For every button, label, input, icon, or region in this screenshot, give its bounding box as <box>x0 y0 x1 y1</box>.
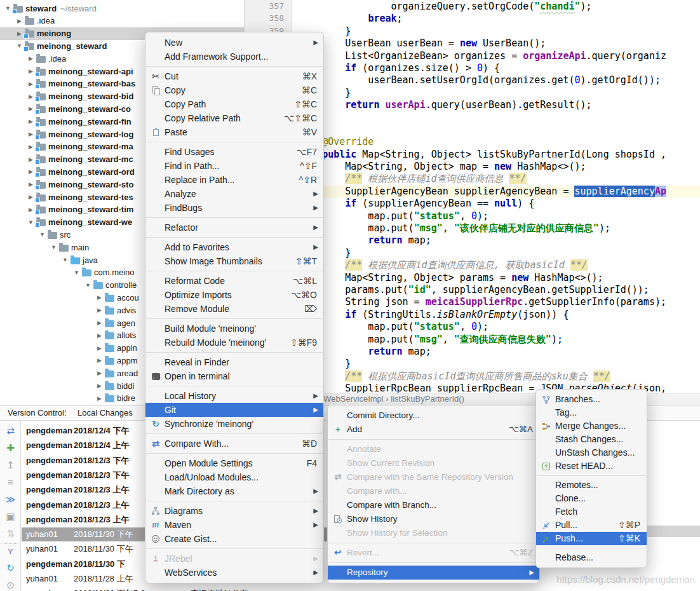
repo-menu-item-unstash-changes[interactable]: UnStash Changes... <box>536 446 647 459</box>
chevron-collapsed-icon[interactable]: ▶ <box>15 18 24 24</box>
chevron-collapsed-icon[interactable]: ▶ <box>27 55 35 62</box>
context-menu-item-open-in-terminal[interactable]: Open in terminal <box>145 369 323 383</box>
git-menu-item-compare-with[interactable]: Compare with... <box>328 484 539 498</box>
context-menu-item-replace-in-path[interactable]: Replace in Path...^⇧R <box>145 173 323 187</box>
repo-menu-item-rebase[interactable]: Rebase... <box>536 551 647 564</box>
context-menu-item-open-module-settings[interactable]: Open Module SettingsF4 <box>145 456 323 470</box>
context-menu-item-git[interactable]: Git▶ <box>145 403 323 417</box>
tree-item-steward[interactable]: ▼steward~/steward <box>0 2 245 15</box>
chevron-collapsed-icon[interactable]: ▶ <box>95 357 104 363</box>
chevron-expanded-icon[interactable]: ▼ <box>72 269 81 276</box>
git-menu-item-compare-with-branch[interactable]: Compare with Branch... <box>328 498 539 512</box>
git-menu-item-show-current-revision[interactable]: Show Current Revision <box>328 456 539 470</box>
code-editor[interactable]: organizeQuery.setOrgCode("chandi"); brea… <box>292 0 700 393</box>
context-menu-item-build-module-meinong[interactable]: Build Module 'meinong' <box>145 322 323 336</box>
preview-icon[interactable]: ⊙ <box>0 580 21 591</box>
chevron-collapsed-icon[interactable]: ▶ <box>27 93 35 100</box>
repo-menu-item-clone[interactable]: Clone... <box>536 492 647 505</box>
git-menu-item-add[interactable]: +Add⌥⌘A <box>328 423 539 437</box>
tab-local-changes[interactable]: Local Changes <box>77 408 133 418</box>
chevron-collapsed-icon[interactable]: ▶ <box>95 345 104 351</box>
context-menu-item-copy[interactable]: Copy⌘C <box>145 83 323 97</box>
context-menu-item-mark-directory-as[interactable]: Mark Directory as▶ <box>145 484 323 498</box>
chevron-collapsed-icon[interactable]: ▶ <box>95 307 104 313</box>
context-menu-item-create-gist[interactable]: Create Gist... <box>145 532 323 546</box>
context-menu-item-refactor[interactable]: Refactor▶ <box>145 221 323 234</box>
repo-menu-item-stash-changes[interactable]: Stash Changes... <box>536 433 647 446</box>
chevron-collapsed-icon[interactable]: ▶ <box>27 168 35 175</box>
repo-menu-item-merge-changes[interactable]: Merge Changes... <box>536 419 647 433</box>
chevron-expanded-icon[interactable]: ▼ <box>4 5 12 11</box>
context-menu-item-find-usages[interactable]: Find Usages⌥F7 <box>145 145 323 159</box>
repo-menu-item-remotes[interactable]: Remotes... <box>536 479 647 492</box>
chevron-collapsed-icon[interactable]: ▶ <box>27 131 35 137</box>
branch-icon[interactable]: ʏ <box>0 545 21 556</box>
chevron-expanded-icon[interactable]: ▼ <box>84 282 92 289</box>
chevron-expanded-icon[interactable]: ▼ <box>38 231 46 238</box>
chevron-collapsed-icon[interactable]: ▶ <box>95 370 104 376</box>
chevron-collapsed-icon[interactable]: ▶ <box>27 105 35 112</box>
context-menu-item-compare-with[interactable]: ⇄Compare With...⌘D <box>145 437 323 451</box>
context-menu-item-cut[interactable]: ✂Cut⌘X <box>145 69 323 83</box>
repo-menu-item-tag[interactable]: Tag... <box>536 406 647 419</box>
context-menu-item-add-framework-support[interactable]: Add Framework Support... <box>145 50 323 64</box>
git-menu-item-show-history-for-selection[interactable]: Show History for Selection <box>328 526 539 540</box>
diff-icon[interactable]: ≫ <box>0 494 21 505</box>
repo-menu-item-pull[interactable]: Pull...⇧⌘P <box>536 519 647 532</box>
shelve-icon[interactable]: ↥ <box>0 459 21 471</box>
commit-icon[interactable]: ✚ <box>0 442 21 454</box>
git-menu-item-show-history[interactable]: Show History <box>328 512 539 526</box>
repo-menu-item-reset-head[interactable]: Reset HEAD... <box>536 459 647 473</box>
context-menu-item-webservices[interactable]: WebServices▶ <box>145 566 323 580</box>
repo-menu-item-branches[interactable]: Branches... <box>536 393 647 406</box>
context-menu-item-new[interactable]: New▶ <box>145 36 323 50</box>
chevron-collapsed-icon[interactable]: ▶ <box>27 194 35 200</box>
context-menu-item-paste[interactable]: Paste⌘V <box>145 125 323 139</box>
context-menu-item-find-in-path[interactable]: Find in Path...^⇧F <box>145 159 323 173</box>
chevron-expanded-icon[interactable]: ▼ <box>50 244 58 250</box>
chevron-collapsed-icon[interactable]: ▶ <box>95 332 104 339</box>
chevron-expanded-icon[interactable]: ▼ <box>15 43 24 49</box>
chevron-collapsed-icon[interactable]: ▶ <box>95 383 104 389</box>
commit-row[interactable]: pengdeman2018/11/21 下午5:3查询不跳转首页 <box>22 587 365 591</box>
context-menu-item-copy-path[interactable]: Copy Path⇧⌘C <box>145 97 323 111</box>
git-menu-item-repository[interactable]: Repository▶ <box>328 566 539 580</box>
context-menu-item-findbugs[interactable]: FindBugs▶ <box>145 201 323 215</box>
chevron-collapsed-icon[interactable]: ▶ <box>27 144 35 150</box>
git-menu-item-revert[interactable]: ↩Revert...⌥⌘Z <box>328 546 539 560</box>
copy-revision-icon[interactable]: ▣ <box>0 511 21 522</box>
context-menu-item-load-unload-modules[interactable]: Load/Unload Modules... <box>145 470 323 484</box>
chevron-collapsed-icon[interactable]: ▶ <box>27 207 35 213</box>
context-menu-item-local-history[interactable]: Local History▶ <box>145 389 323 403</box>
chevron-expanded-icon[interactable]: ▼ <box>27 219 35 226</box>
chevron-collapsed-icon[interactable]: ▶ <box>95 395 104 402</box>
context-menu-item-copy-relative-path[interactable]: Copy Relative Path⌥⇧⌘C <box>145 111 323 125</box>
context-menu-item-maven[interactable]: mMaven▶ <box>145 518 323 532</box>
move-icon[interactable]: ⇅ <box>0 528 21 540</box>
chevron-collapsed-icon[interactable]: ▶ <box>27 68 35 74</box>
context-menu-item-show-image-thumbnails[interactable]: Show Image Thumbnails⇧⌘T <box>145 254 323 268</box>
context-menu-item-rebuild-module-meinong[interactable]: Rebuild Module 'meinong'⇧⌘F9 <box>145 336 323 350</box>
update-icon[interactable]: ⇄ <box>0 425 21 437</box>
context-menu-item-synchronize-meinong[interactable]: ↻Synchronize 'meinong' <box>145 417 323 431</box>
context-menu-item-remove-module[interactable]: Remove Module⌦ <box>145 302 323 316</box>
repo-menu-item-fetch[interactable]: Fetch <box>536 505 647 519</box>
context-menu-item-reformat-code[interactable]: Reformat Code⌥⌘L <box>145 274 323 288</box>
context-menu-item-add-to-favorites[interactable]: Add to Favorites▶ <box>145 240 323 254</box>
tree-item-idea[interactable]: ▶.idea <box>0 15 245 27</box>
refresh-icon[interactable]: ↻ <box>0 562 21 574</box>
context-menu-item-diagrams[interactable]: Diagrams▶ <box>145 504 323 518</box>
chevron-collapsed-icon[interactable]: ▶ <box>27 118 35 125</box>
chevron-collapsed-icon[interactable]: ▶ <box>27 156 35 163</box>
changelist-icon[interactable]: ≡ <box>0 477 21 487</box>
context-menu-item-jrebel[interactable]: JRebel▶ <box>145 552 323 566</box>
chevron-collapsed-icon[interactable]: ▶ <box>95 294 104 301</box>
chevron-collapsed-icon[interactable]: ▶ <box>95 320 104 326</box>
repo-menu-item-push[interactable]: Push...⇧⌘K <box>536 532 647 545</box>
context-menu-item-analyze[interactable]: Analyze▶ <box>145 187 323 201</box>
context-menu-item-optimize-imports[interactable]: Optimize Imports⌥⌘O <box>145 288 323 302</box>
chevron-collapsed-icon[interactable]: ▶ <box>15 31 24 37</box>
git-menu-item-compare-with-the-same-repository-version[interactable]: ⇄Compare with the Same Repository Versio… <box>328 470 539 484</box>
context-menu-item-reveal-in-finder[interactable]: Reveal in Finder <box>145 355 323 369</box>
chevron-expanded-icon[interactable]: ▼ <box>61 257 69 263</box>
